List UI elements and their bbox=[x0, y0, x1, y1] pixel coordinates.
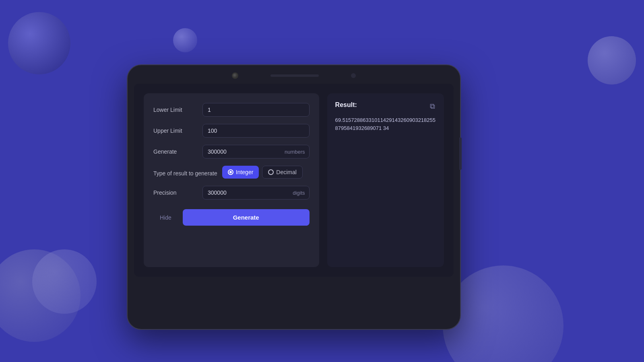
generate-input[interactable] bbox=[203, 145, 283, 158]
bg-bubble-2 bbox=[173, 28, 197, 52]
type-of-result-label: Type of result to generate bbox=[153, 166, 217, 177]
radio-integer[interactable]: Integer bbox=[222, 166, 259, 179]
generate-button[interactable]: Generate bbox=[183, 209, 310, 226]
result-value: 69.51572886331011429143260903218255 8795… bbox=[335, 116, 436, 132]
precision-input[interactable] bbox=[203, 186, 291, 199]
radio-integer-label: Integer bbox=[236, 169, 254, 175]
tablet-top-bar bbox=[128, 65, 460, 84]
precision-row: Precision digits bbox=[153, 186, 310, 200]
lower-limit-label: Lower Limit bbox=[153, 107, 198, 113]
bg-bubble-5 bbox=[32, 249, 97, 314]
precision-label: Precision bbox=[153, 189, 198, 196]
radio-dot-integer bbox=[228, 169, 233, 175]
tablet-speaker bbox=[270, 74, 319, 77]
form-panel: Lower Limit Upper Limit Generate numbers bbox=[144, 93, 319, 267]
tablet-content: Lower Limit Upper Limit Generate numbers bbox=[134, 84, 454, 277]
tablet-camera bbox=[232, 72, 238, 79]
upper-limit-row: Upper Limit bbox=[153, 124, 310, 138]
upper-limit-label: Upper Limit bbox=[153, 128, 198, 134]
tablet-device: Lower Limit Upper Limit Generate numbers bbox=[127, 64, 461, 330]
bg-bubble-1 bbox=[8, 12, 70, 74]
bg-bubble-6 bbox=[443, 265, 564, 362]
generate-row: Generate numbers bbox=[153, 145, 310, 158]
type-of-result-row: Type of result to generate Integer Decim… bbox=[153, 166, 310, 179]
radio-decimal-label: Decimal bbox=[276, 169, 297, 175]
form-actions: Hide Generate bbox=[153, 209, 310, 226]
lower-limit-input[interactable] bbox=[202, 103, 310, 117]
radio-decimal[interactable]: Decimal bbox=[262, 166, 303, 179]
copy-icon[interactable]: ⧉ bbox=[429, 101, 436, 111]
bg-bubble-3 bbox=[588, 36, 636, 84]
lower-limit-row: Lower Limit bbox=[153, 103, 310, 117]
bg-bubble-4 bbox=[0, 249, 80, 342]
result-label: Result: bbox=[335, 101, 357, 109]
generate-suffix: numbers bbox=[283, 146, 309, 158]
radio-dot-decimal bbox=[268, 169, 274, 175]
type-radio-group: Integer Decimal bbox=[222, 166, 303, 179]
tablet-side-button bbox=[459, 138, 462, 170]
generate-label: Generate bbox=[153, 148, 198, 155]
result-header: Result: ⧉ bbox=[335, 101, 436, 111]
precision-suffix: digits bbox=[291, 187, 309, 199]
result-panel: Result: ⧉ 69.515728863310114291432609032… bbox=[327, 93, 444, 267]
tablet-button bbox=[351, 73, 356, 78]
upper-limit-input[interactable] bbox=[202, 124, 310, 138]
hide-button[interactable]: Hide bbox=[153, 210, 178, 225]
